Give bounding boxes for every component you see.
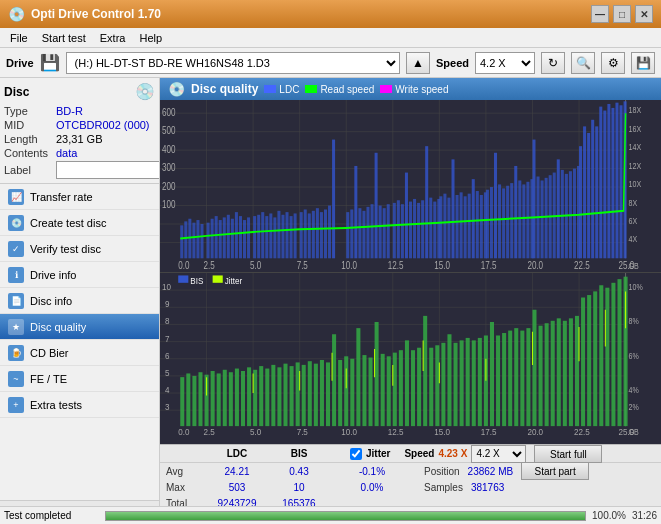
contents-label: Contents <box>4 147 56 159</box>
start-part-button[interactable]: Start part <box>521 462 589 480</box>
ldc-legend-label: LDC <box>279 84 299 95</box>
svg-rect-227 <box>435 345 439 426</box>
svg-rect-252 <box>587 295 591 426</box>
svg-rect-52 <box>261 212 264 258</box>
svg-rect-134 <box>599 107 602 259</box>
svg-rect-233 <box>472 340 476 426</box>
svg-text:18X: 18X <box>629 105 642 115</box>
svg-rect-249 <box>569 318 573 426</box>
svg-rect-226 <box>429 347 433 425</box>
svg-text:6: 6 <box>165 350 170 361</box>
scan-button[interactable]: 🔍 <box>571 52 595 74</box>
contents-value: data <box>56 147 77 159</box>
nav-cd-bier[interactable]: 🍺 CD Bier <box>0 340 159 366</box>
svg-rect-73 <box>358 208 361 258</box>
svg-text:16X: 16X <box>629 124 642 134</box>
svg-rect-85 <box>409 202 412 259</box>
refresh-button[interactable]: ↻ <box>541 52 565 74</box>
svg-text:8X: 8X <box>629 198 638 208</box>
label-input[interactable] <box>56 161 160 179</box>
svg-rect-87 <box>417 203 420 258</box>
svg-rect-208 <box>320 359 324 425</box>
svg-text:14X: 14X <box>629 142 642 152</box>
nav-verify-test-disc[interactable]: ✓ Verify test disc <box>0 236 159 262</box>
maximize-button[interactable]: □ <box>613 5 631 23</box>
menu-help[interactable]: Help <box>133 31 168 45</box>
svg-rect-117 <box>532 140 535 259</box>
drive-select[interactable]: (H:) HL-DT-ST BD-RE WH16NS48 1.D3 <box>66 52 400 74</box>
svg-text:8: 8 <box>165 315 170 326</box>
menu-extra[interactable]: Extra <box>94 31 132 45</box>
menu-file[interactable]: File <box>4 31 34 45</box>
nav-extra-tests[interactable]: + Extra tests <box>0 392 159 418</box>
svg-rect-36 <box>192 223 195 259</box>
svg-text:22.5: 22.5 <box>574 425 590 436</box>
position-value: 23862 MB <box>468 466 514 477</box>
nav-fe-te[interactable]: ~ FE / TE <box>0 366 159 392</box>
disc-image-icon: 💿 <box>135 82 155 101</box>
nav-fe-te-label: FE / TE <box>30 373 67 385</box>
svg-rect-58 <box>286 212 289 258</box>
svg-rect-75 <box>366 207 369 258</box>
type-label: Type <box>4 105 56 117</box>
svg-rect-48 <box>243 220 246 258</box>
svg-text:200: 200 <box>162 180 175 192</box>
svg-rect-132 <box>591 120 594 259</box>
svg-rect-201 <box>277 367 281 426</box>
eject-button[interactable]: ▲ <box>406 52 430 74</box>
svg-rect-187 <box>192 375 196 425</box>
start-full-button[interactable]: Start full <box>534 445 602 463</box>
create-test-disc-icon: 💿 <box>8 215 24 231</box>
svg-rect-256 <box>611 282 615 425</box>
jitter-col-header: Jitter <box>366 448 390 459</box>
svg-rect-72 <box>354 166 357 258</box>
svg-text:2.5: 2.5 <box>204 259 215 271</box>
svg-rect-113 <box>518 180 521 258</box>
svg-rect-136 <box>607 104 610 258</box>
svg-rect-223 <box>411 350 415 426</box>
svg-rect-219 <box>387 356 391 426</box>
minimize-button[interactable]: — <box>591 5 609 23</box>
menu-start-test[interactable]: Start test <box>36 31 92 45</box>
svg-rect-246 <box>551 320 555 425</box>
svg-rect-213 <box>350 358 354 425</box>
svg-text:400: 400 <box>162 143 175 155</box>
svg-rect-51 <box>257 215 260 259</box>
nav-drive-info[interactable]: ℹ Drive info <box>0 262 159 288</box>
nav-create-test-disc[interactable]: 💿 Create test disc <box>0 210 159 236</box>
close-button[interactable]: ✕ <box>635 5 653 23</box>
svg-rect-195 <box>241 371 245 426</box>
svg-rect-78 <box>379 206 382 259</box>
svg-rect-204 <box>296 362 300 426</box>
svg-rect-106 <box>490 187 493 258</box>
svg-rect-91 <box>433 202 436 259</box>
svg-text:7.5: 7.5 <box>297 259 308 271</box>
svg-rect-41 <box>215 216 218 258</box>
top-chart: 600 500 400 300 200 100 18X 16X 14X 12X … <box>160 100 661 273</box>
svg-rect-237 <box>496 335 500 426</box>
speed-stat-dropdown[interactable]: 4.2 X <box>471 445 526 463</box>
chart-header: 💿 Disc quality LDC Read speed Write spee… <box>160 78 661 100</box>
nav-transfer-rate[interactable]: 📈 Transfer rate <box>0 184 159 210</box>
svg-rect-101 <box>472 179 475 258</box>
speed-stat-value: 4.23 X <box>438 448 467 459</box>
svg-rect-107 <box>494 153 497 259</box>
nav-cd-bier-label: CD Bier <box>30 347 69 359</box>
max-label: Max <box>166 482 204 493</box>
progress-bar-outer <box>105 511 586 521</box>
svg-rect-120 <box>545 178 548 258</box>
nav-disc-info[interactable]: 📄 Disc info <box>0 288 159 314</box>
settings-button[interactable]: ⚙ <box>601 52 625 74</box>
svg-rect-53 <box>265 216 268 258</box>
speed-select[interactable]: 4.2 X <box>475 52 535 74</box>
nav-disc-quality[interactable]: ★ Disc quality <box>0 314 159 340</box>
svg-text:5.0: 5.0 <box>250 425 261 436</box>
jitter-checkbox[interactable] <box>350 448 362 460</box>
svg-rect-250 <box>575 315 579 425</box>
position-label: Position <box>424 466 460 477</box>
type-value: BD-R <box>56 105 83 117</box>
svg-rect-198 <box>259 366 263 426</box>
svg-text:12X: 12X <box>629 161 642 171</box>
save-button[interactable]: 💾 <box>631 52 655 74</box>
svg-rect-194 <box>235 368 239 426</box>
